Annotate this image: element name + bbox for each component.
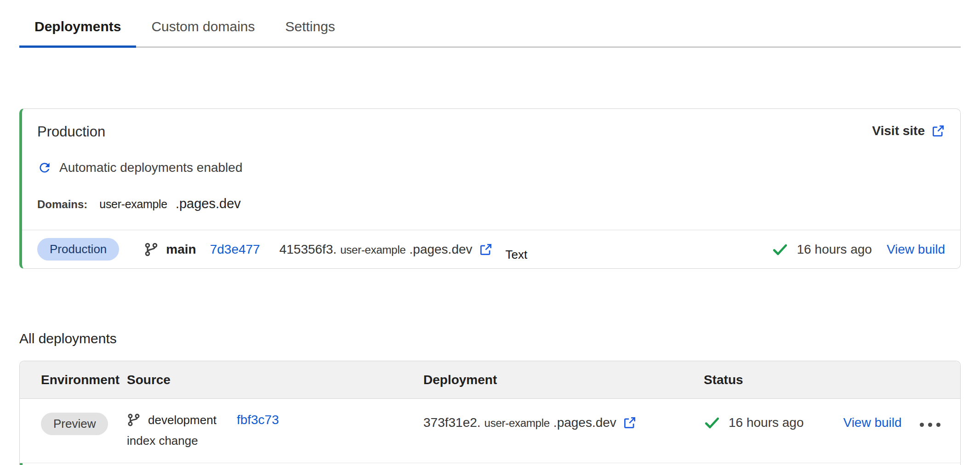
column-status: Status [704, 373, 920, 387]
table-header: Environment Source Deployment Status [20, 361, 960, 399]
check-icon [704, 414, 720, 431]
deployment-time: 16 hours ago [797, 242, 872, 257]
view-build-link[interactable]: View build [843, 415, 901, 430]
pages-project-page: Deployments Custom domains Settings Prod… [0, 0, 980, 465]
production-card: Production Visit site Automatic deploym [19, 108, 961, 269]
domain-name: user-example [99, 198, 167, 210]
url-name: user-example [340, 244, 405, 256]
production-deployment-row: Production main 7d3e477 415356f3. user-e… [22, 230, 960, 268]
environment-badge: Production [37, 238, 119, 261]
branch-name: main [166, 242, 196, 257]
deployment-time: 16 hours ago [729, 415, 803, 430]
commit-link[interactable]: 7d3e477 [210, 242, 260, 257]
production-card-title: Production [37, 124, 105, 140]
external-link-icon[interactable] [623, 416, 637, 430]
tab-bar: Deployments Custom domains Settings [19, 0, 961, 48]
environment-badge: Preview [41, 413, 108, 435]
url-name: user-example [484, 417, 550, 430]
url-prefix: 373f31e2. [423, 415, 481, 430]
domains-label: Domains: [37, 198, 87, 211]
auto-deploy-status: Automatic deployments enabled [37, 160, 945, 175]
external-link-icon [931, 124, 945, 138]
more-options-icon [936, 423, 940, 427]
more-options-icon [920, 423, 924, 427]
url-prefix: 415356f3. [279, 242, 337, 257]
deployment-url: 373f31e2. user-example .pages.dev [423, 415, 704, 430]
url-suffix: .pages.dev [553, 415, 616, 430]
table-row: Preview development fbf3c73 [20, 399, 960, 463]
text-annotation: Text [506, 248, 528, 262]
external-link-icon[interactable] [479, 243, 493, 256]
tab-custom-domains[interactable]: Custom domains [136, 18, 270, 48]
check-icon [772, 241, 788, 258]
visit-site-button[interactable]: Visit site [872, 124, 945, 138]
commit-link[interactable]: fbf3c73 [237, 413, 279, 427]
git-branch-icon [127, 413, 141, 427]
deployments-table: Environment Source Deployment Status Pre… [19, 361, 961, 465]
tab-settings[interactable]: Settings [270, 18, 350, 48]
more-options-icon [928, 423, 932, 427]
git-branch-icon [144, 242, 159, 257]
next-row-partial [20, 463, 960, 465]
refresh-icon [37, 160, 52, 175]
more-options-button[interactable] [920, 413, 960, 427]
deployment-url: 415356f3. user-example .pages.dev [279, 242, 493, 257]
commit-message: index change [127, 434, 423, 448]
column-environment: Environment [20, 373, 127, 387]
column-source: Source [127, 373, 423, 387]
view-build-link[interactable]: View build [887, 242, 945, 257]
all-deployments-heading: All deployments [19, 330, 961, 347]
visit-site-label: Visit site [872, 124, 925, 138]
url-suffix: .pages.dev [410, 242, 473, 257]
tab-deployments[interactable]: Deployments [19, 18, 136, 48]
column-deployment: Deployment [423, 373, 704, 387]
branch-name: development [148, 413, 217, 427]
auto-deploy-text: Automatic deployments enabled [59, 160, 242, 175]
domains-line: Domains: user-example .pages.dev [37, 196, 945, 211]
domain-suffix: .pages.dev [176, 196, 241, 211]
